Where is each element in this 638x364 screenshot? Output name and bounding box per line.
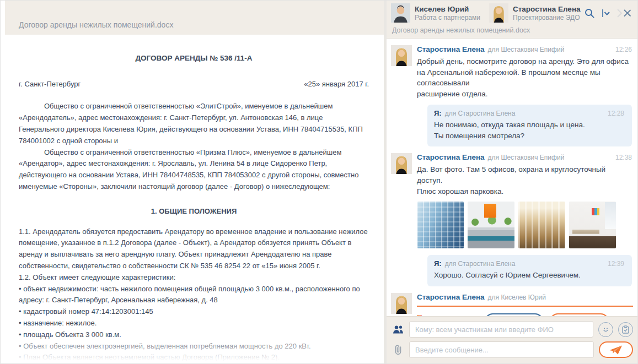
contract-bullet: • Объект обеспечен электроэнергией, выде… xyxy=(19,341,369,352)
sender-name[interactable]: Старостина Елена xyxy=(417,153,485,161)
search-icon[interactable] xyxy=(583,7,596,20)
recipient-label: для Шестакович Епифий xyxy=(488,154,565,161)
sender-name[interactable]: Старостина Елена xyxy=(417,45,485,53)
participant-role: Работа с партнерами xyxy=(415,14,480,21)
message-text: Да. Вот фото. Там 5 офисов, охрана и кру… xyxy=(417,164,633,197)
photo-office-room[interactable] xyxy=(569,202,616,248)
send-button[interactable] xyxy=(599,341,633,358)
message-outgoing: Я: для Старостина Елена 12:28 Не понимаю… xyxy=(427,105,632,146)
participant-role: Проектирование ЭДО xyxy=(513,14,581,21)
contract-city: г. Санкт-Петербург xyxy=(19,79,81,90)
app-window: Договор аренды нежилых помещений.docx ДО… xyxy=(0,0,638,364)
contract-date: «25» января 2017 г. xyxy=(304,79,369,90)
message-incoming: Старостина Елена для Шестакович Епифий 1… xyxy=(391,45,633,99)
message-incoming: Старостина Елена для Шестакович Епифий 1… xyxy=(391,153,633,249)
contract-bullet: • площадь Объекта 3 000 кв.м. xyxy=(19,329,369,341)
contract-paragraph-lessee: Общество с ограниченной ответственностью… xyxy=(19,147,369,193)
message-composer xyxy=(387,316,638,363)
photo-atrium[interactable] xyxy=(518,202,565,248)
chat-participant-kiselev[interactable]: Киселев Юрий Работа с партнерами xyxy=(391,3,480,23)
document-page[interactable]: ДОГОВОР АРЕНДЫ № 536 /11-А г. Санкт-Пете… xyxy=(5,35,384,363)
message-text: Хорошо. Согласуй с Юрием Сергеевичем. xyxy=(434,270,625,281)
contract-section-title: 1. ОБЩИЕ ПОЛОЖЕНИЯ xyxy=(19,206,369,218)
avatar-starostina xyxy=(391,293,412,314)
chat-header: Киселев Юрий Работа с партнерами Старост… xyxy=(387,1,638,39)
message-input[interactable] xyxy=(409,341,594,358)
avatar-starostina xyxy=(391,45,412,66)
avatar-starostina xyxy=(391,153,412,174)
recipient-label: для Старостина Елена xyxy=(445,260,516,268)
message-outgoing: Я: для Старостина Елена 12:39 Хорошо. Со… xyxy=(427,255,632,286)
emoji-icon[interactable] xyxy=(598,322,613,337)
contract-clause-1-1: 1.1. Арендодатель обязуется предоставить… xyxy=(19,226,369,272)
participant-name: Старостина Елена xyxy=(513,4,581,14)
signature-request-block: Прошу подписать: Отклонить Подписать 12:… xyxy=(417,306,633,316)
avatar-starostina xyxy=(489,3,508,23)
document-header-bar: Договор аренды нежилых помещений.docx xyxy=(5,1,384,35)
sender-name[interactable]: Старостина Елена xyxy=(417,293,485,301)
recipient-label: для Киселев Юрий xyxy=(488,294,546,301)
chat-panel: Киселев Юрий Работа с партнерами Старост… xyxy=(387,1,638,363)
contract-clause-1-2: 1.2. Объект имеет следующие характеристи… xyxy=(19,272,369,284)
message-text: Добрый день, посмотрите договор на аренд… xyxy=(417,56,633,99)
avatar-kiselev xyxy=(391,3,410,23)
chat-participant-starostina[interactable]: Старостина Елена Проектирование ЭДО xyxy=(489,3,581,23)
message-time: 12:28 xyxy=(608,110,625,117)
contract-bullet: • объект недвижимости: часть нежилого по… xyxy=(19,284,369,307)
recipients-icon[interactable] xyxy=(392,325,404,334)
recipient-label: для Шестакович Епифий xyxy=(488,46,565,53)
message-time: 12:26 xyxy=(615,46,633,53)
document-viewer-panel: Договор аренды нежилых помещений.docx ДО… xyxy=(1,1,384,363)
photo-building-exterior[interactable] xyxy=(417,202,464,248)
message-time: 12:38 xyxy=(615,154,633,161)
self-label: Я: xyxy=(434,259,442,268)
photo-office-cubicles[interactable] xyxy=(468,202,514,248)
recipient-label: для Старостина Елена xyxy=(445,110,516,117)
photo-attachments xyxy=(417,202,633,248)
contract-title: ДОГОВОР АРЕНДЫ № 536 /11-А xyxy=(19,52,369,64)
message-text: Не понимаю, откуда такая площадь и цена.… xyxy=(434,119,625,141)
chat-document-subtitle: Договор аренды нежилых помещений.docx xyxy=(391,23,634,38)
self-label: Я: xyxy=(434,109,442,117)
contract-bullet: • План Объекта является неотъемлемой час… xyxy=(19,352,369,363)
participant-name: Киселев Юрий xyxy=(415,4,480,14)
tasks-clipboard-icon[interactable] xyxy=(618,322,633,337)
contract-bullet: • кадастровый номер 47:14:1203001:145 xyxy=(19,306,369,318)
message-time: 12:39 xyxy=(608,260,625,268)
attach-file-paperclip-icon[interactable] xyxy=(392,344,404,355)
document-filename: Договор аренды нежилых помещений.docx xyxy=(19,20,173,29)
message-signature-request: Старостина Елена для Киселев Юрий Прошу … xyxy=(391,293,633,316)
panel-options-chevron-icon[interactable] xyxy=(600,7,612,19)
paper-plane-icon xyxy=(609,345,623,355)
contract-paragraph-lessor: Общество с ограниченной ответственностью… xyxy=(19,101,369,146)
recipient-input[interactable] xyxy=(409,321,593,338)
chat-message-list[interactable]: Старостина Елена для Шестакович Епифий 1… xyxy=(387,39,638,316)
close-icon[interactable] xyxy=(616,7,633,19)
contract-bullet: • назначение: нежилое. xyxy=(19,318,369,329)
